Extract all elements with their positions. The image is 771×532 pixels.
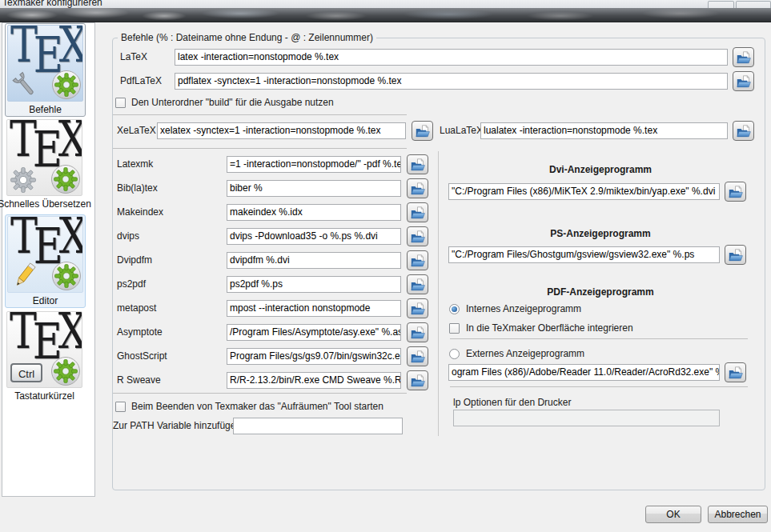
pdf-viewer-title: PDF-Anzeigeprogramm: [448, 286, 753, 298]
sidebar-item-editor[interactable]: TEX: [5, 214, 86, 308]
open-file-icon: [411, 278, 425, 291]
green-gear-icon: [50, 164, 81, 194]
separator: [113, 114, 407, 115]
metapost-browse-button[interactable]: [407, 298, 428, 318]
rsweave-browse-button[interactable]: [407, 370, 428, 390]
dvips-browse-button[interactable]: [407, 226, 428, 246]
dvips-label: dvips: [117, 230, 139, 242]
internal-viewer-label: Internes Anzeigeprogramm: [466, 303, 581, 314]
latexmk-label: Latexmk: [117, 158, 153, 170]
asymptote-command-input[interactable]: /Program Files/Asymptote/asy.exe" %.asy: [227, 324, 401, 341]
latexmk-command-input[interactable]: =1 -interaction=nonstopmode/" -pdf %.tex: [227, 156, 401, 173]
cleanup-on-exit-label: Beim Beenden von Texmaker das "Aufräumen…: [131, 401, 383, 412]
open-file-icon: [737, 75, 751, 88]
build-subfolder-checkbox[interactable]: [115, 98, 126, 108]
lp-printer-options-label: lp Optionen für den Drucker: [453, 397, 571, 408]
lualatex-command-input[interactable]: lualatex -interaction=nonstopmode %.tex: [480, 122, 728, 139]
makeindex-command-input[interactable]: makeindex %.idx: [227, 204, 401, 221]
sidebar-item-tastaturkuerzel[interactable]: TEX Ctrl Tastaturkürzel: [5, 310, 84, 402]
metapost-command-input[interactable]: mpost --interaction nonstopmode: [227, 300, 401, 317]
separator: [113, 148, 407, 149]
open-file-icon: [411, 254, 425, 267]
wrench-icon: [9, 68, 41, 100]
xelatex-command-input[interactable]: xelatex -synctex=1 -interaction=nonstopm…: [157, 122, 406, 139]
tex-ctrl-gear-icon: TEX Ctrl: [6, 311, 82, 388]
biblatex-label: Bib(la)tex: [117, 182, 158, 194]
separator: [450, 386, 748, 387]
makeindex-label: Makeindex: [117, 206, 163, 218]
sidebar-item-schnelles-uebersetzen[interactable]: TEX: [5, 118, 84, 210]
commands-groupbox-legend: Befehle (% : Dateiname ohne Endung - @ :…: [118, 32, 376, 43]
embed-viewer-checkbox[interactable]: [449, 323, 460, 334]
pdf-viewer-input[interactable]: ogram Files (x86)/Adobe/Reader 11.0/Read…: [448, 364, 720, 381]
tex-pencil-gear-icon: TEX: [7, 216, 83, 293]
pdflatex-label: PdfLaTeX: [120, 75, 162, 86]
biblatex-browse-button[interactable]: [407, 178, 428, 198]
ok-button[interactable]: OK: [645, 506, 701, 523]
sidebar-item-label: Schnelles Übersetzen: [0, 198, 91, 210]
dvi-viewer-browse-button[interactable]: [725, 182, 746, 202]
green-gear-icon: [51, 70, 82, 100]
asymptote-label: Asymptote: [117, 326, 163, 338]
open-file-icon: [729, 366, 743, 379]
background-window-strip: [0, 8, 771, 22]
ctrl-key-icon: Ctrl: [10, 363, 42, 382]
ps2pdf-command-input[interactable]: ps2pdf %.ps: [227, 276, 401, 293]
pdflatex-command-input[interactable]: pdflatex -synctex=1 -interaction=nonstop…: [175, 73, 728, 90]
latex-browse-button[interactable]: [733, 47, 754, 67]
ps2pdf-label: ps2pdf: [117, 278, 146, 290]
sidebar-item-label: Befehle: [0, 104, 92, 115]
embed-viewer-label: In die TeXmaker Oberfläche integrieren: [466, 322, 633, 334]
dvips-command-input[interactable]: dvips -Pdownload35 -o %.ps %.dvi: [227, 228, 401, 245]
open-file-icon: [737, 125, 751, 138]
lualatex-browse-button[interactable]: [733, 121, 754, 141]
rsweave-label: R Sweave: [117, 374, 161, 386]
external-viewer-radio[interactable]: [449, 349, 460, 359]
open-file-icon: [729, 186, 743, 198]
vertical-divider: [438, 151, 439, 436]
ghostscript-command-input[interactable]: Program Files/gs/gs9.07/bin/gswin32c.exe…: [227, 348, 401, 365]
biblatex-command-input[interactable]: biber %: [227, 180, 401, 197]
ps-viewer-title: PS-Anzeigeprogramm: [448, 228, 753, 239]
open-file-icon: [411, 350, 425, 363]
ps-viewer-browse-button[interactable]: [725, 245, 746, 265]
path-variable-input[interactable]: [233, 418, 403, 434]
xelatex-label: XeLaTeX: [117, 125, 156, 136]
open-file-icon: [737, 51, 751, 64]
open-file-icon: [411, 206, 425, 219]
tex-wrench-gear-icon: TEX: [7, 25, 83, 102]
ghostscript-browse-button[interactable]: [407, 346, 428, 366]
cleanup-on-exit-checkbox[interactable]: [115, 402, 126, 412]
tex-gears-icon: TEX: [6, 119, 82, 196]
dvipdfm-browse-button[interactable]: [407, 250, 428, 270]
internal-viewer-radio[interactable]: [449, 304, 460, 314]
dvipdfm-command-input[interactable]: dvipdfm %.dvi: [227, 252, 401, 269]
green-gear-icon: [51, 261, 82, 291]
asymptote-browse-button[interactable]: [407, 322, 428, 342]
latex-command-input[interactable]: latex -interaction=nonstopmode %.tex: [175, 49, 728, 66]
separator: [450, 338, 748, 339]
path-variable-label: Zur PATH Variable hinzufügen: [113, 420, 241, 431]
open-file-icon: [411, 230, 425, 243]
build-subfolder-label: Den Unterordner "build" für die Ausgabe …: [131, 97, 334, 108]
rsweave-command-input[interactable]: R/R-2.13.2/bin/R.exe CMD Sweave %.Rnw: [227, 372, 401, 389]
dvi-viewer-title: Dvi-Anzeigeprogramm: [448, 164, 753, 175]
xelatex-browse-button[interactable]: [412, 121, 433, 141]
open-file-icon: [416, 125, 430, 138]
pdflatex-browse-button[interactable]: [733, 71, 754, 91]
latexmk-browse-button[interactable]: [407, 154, 428, 174]
dvi-viewer-input[interactable]: "C:/Program Files (x86)/MiKTeX 2.9/mikte…: [448, 183, 720, 200]
ps-viewer-input[interactable]: "C:/Program Files/Ghostgum/gsview/gsview…: [448, 246, 720, 263]
cancel-button[interactable]: Abbrechen: [708, 506, 768, 523]
sidebar-item-label: Tastaturkürzel: [0, 390, 91, 402]
dvipdfm-label: Dvipdfm: [117, 254, 152, 266]
pdf-viewer-browse-button[interactable]: [725, 362, 746, 382]
sidebar-item-label: Editor: [0, 295, 92, 306]
lp-printer-options-input[interactable]: [453, 410, 720, 426]
makeindex-browse-button[interactable]: [407, 202, 428, 222]
ps2pdf-browse-button[interactable]: [407, 274, 428, 294]
separator: [113, 393, 407, 394]
sidebar-item-befehle[interactable]: TEX: [5, 23, 86, 117]
open-file-icon: [411, 326, 425, 339]
open-file-icon: [411, 302, 425, 315]
